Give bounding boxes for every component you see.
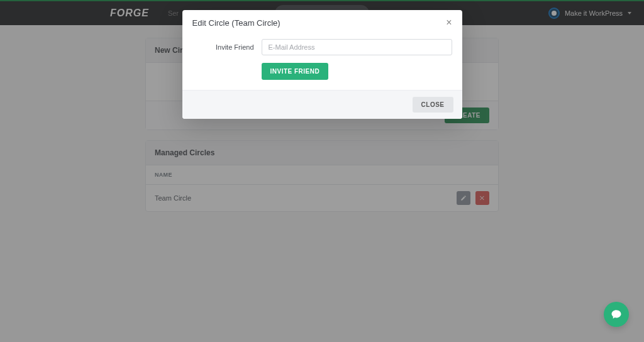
chat-icon — [611, 309, 622, 320]
modal-close-x[interactable]: × — [446, 18, 452, 28]
email-field[interactable] — [262, 39, 452, 55]
invite-friend-label: Invite Friend — [192, 43, 254, 51]
modal-title: Edit Circle (Team Circle) — [192, 18, 280, 28]
close-button[interactable]: CLOSE — [413, 97, 453, 113]
edit-circle-modal: Edit Circle (Team Circle) × Invite Frien… — [182, 10, 462, 119]
help-fab[interactable] — [604, 302, 629, 327]
modal-overlay[interactable]: Edit Circle (Team Circle) × Invite Frien… — [0, 0, 644, 342]
invite-friend-button[interactable]: INVITE FRIEND — [262, 63, 329, 80]
